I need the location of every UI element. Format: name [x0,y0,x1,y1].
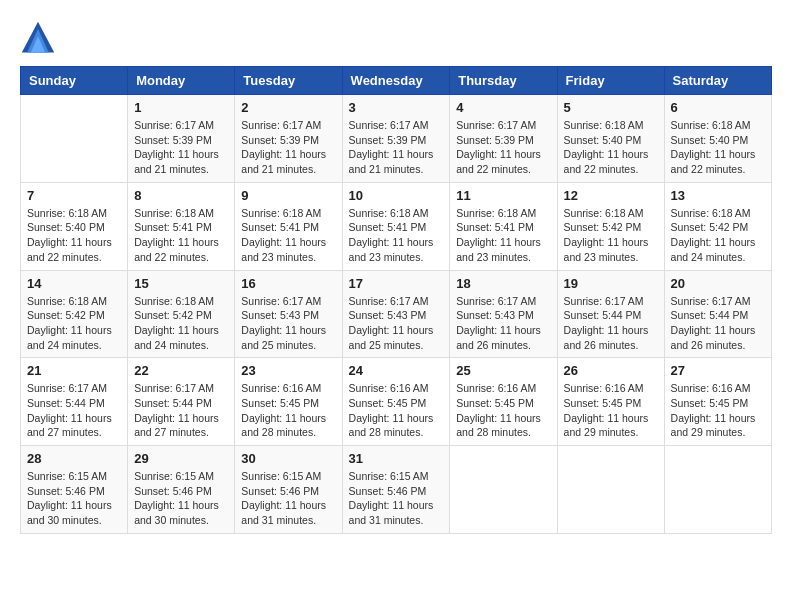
day-cell: 9 Sunrise: 6:18 AMSunset: 5:41 PMDayligh… [235,182,342,270]
day-number: 19 [564,276,658,291]
day-number: 23 [241,363,335,378]
day-number: 12 [564,188,658,203]
day-cell: 26 Sunrise: 6:16 AMSunset: 5:45 PMDaylig… [557,358,664,446]
day-info: Sunrise: 6:18 AMSunset: 5:42 PMDaylight:… [27,294,121,353]
day-info: Sunrise: 6:17 AMSunset: 5:39 PMDaylight:… [456,118,550,177]
day-number: 25 [456,363,550,378]
day-number: 21 [27,363,121,378]
day-info: Sunrise: 6:17 AMSunset: 5:43 PMDaylight:… [241,294,335,353]
day-cell: 1 Sunrise: 6:17 AMSunset: 5:39 PMDayligh… [128,95,235,183]
day-info: Sunrise: 6:18 AMSunset: 5:41 PMDaylight:… [456,206,550,265]
week-row-4: 21 Sunrise: 6:17 AMSunset: 5:44 PMDaylig… [21,358,772,446]
day-info: Sunrise: 6:17 AMSunset: 5:43 PMDaylight:… [349,294,444,353]
day-info: Sunrise: 6:16 AMSunset: 5:45 PMDaylight:… [456,381,550,440]
day-info: Sunrise: 6:17 AMSunset: 5:39 PMDaylight:… [241,118,335,177]
day-info: Sunrise: 6:16 AMSunset: 5:45 PMDaylight:… [671,381,765,440]
day-info: Sunrise: 6:17 AMSunset: 5:39 PMDaylight:… [349,118,444,177]
calendar-table: SundayMondayTuesdayWednesdayThursdayFrid… [20,66,772,534]
header-cell-wednesday: Wednesday [342,67,450,95]
day-cell: 17 Sunrise: 6:17 AMSunset: 5:43 PMDaylig… [342,270,450,358]
header-row: SundayMondayTuesdayWednesdayThursdayFrid… [21,67,772,95]
calendar-header: SundayMondayTuesdayWednesdayThursdayFrid… [21,67,772,95]
day-cell: 31 Sunrise: 6:15 AMSunset: 5:46 PMDaylig… [342,446,450,534]
day-number: 30 [241,451,335,466]
header [20,20,772,56]
day-number: 31 [349,451,444,466]
day-cell: 14 Sunrise: 6:18 AMSunset: 5:42 PMDaylig… [21,270,128,358]
day-cell: 25 Sunrise: 6:16 AMSunset: 5:45 PMDaylig… [450,358,557,446]
day-info: Sunrise: 6:18 AMSunset: 5:41 PMDaylight:… [241,206,335,265]
week-row-2: 7 Sunrise: 6:18 AMSunset: 5:40 PMDayligh… [21,182,772,270]
day-info: Sunrise: 6:16 AMSunset: 5:45 PMDaylight:… [241,381,335,440]
day-info: Sunrise: 6:17 AMSunset: 5:44 PMDaylight:… [564,294,658,353]
day-number: 7 [27,188,121,203]
day-cell: 2 Sunrise: 6:17 AMSunset: 5:39 PMDayligh… [235,95,342,183]
logo [20,20,60,56]
day-cell [664,446,771,534]
day-cell: 19 Sunrise: 6:17 AMSunset: 5:44 PMDaylig… [557,270,664,358]
day-info: Sunrise: 6:17 AMSunset: 5:44 PMDaylight:… [134,381,228,440]
day-cell [450,446,557,534]
day-cell: 18 Sunrise: 6:17 AMSunset: 5:43 PMDaylig… [450,270,557,358]
day-number: 14 [27,276,121,291]
day-cell [21,95,128,183]
day-number: 4 [456,100,550,115]
day-number: 22 [134,363,228,378]
day-info: Sunrise: 6:18 AMSunset: 5:40 PMDaylight:… [564,118,658,177]
day-cell: 27 Sunrise: 6:16 AMSunset: 5:45 PMDaylig… [664,358,771,446]
day-cell: 29 Sunrise: 6:15 AMSunset: 5:46 PMDaylig… [128,446,235,534]
day-info: Sunrise: 6:18 AMSunset: 5:42 PMDaylight:… [564,206,658,265]
day-number: 18 [456,276,550,291]
day-cell: 16 Sunrise: 6:17 AMSunset: 5:43 PMDaylig… [235,270,342,358]
day-cell [557,446,664,534]
day-cell: 8 Sunrise: 6:18 AMSunset: 5:41 PMDayligh… [128,182,235,270]
day-info: Sunrise: 6:15 AMSunset: 5:46 PMDaylight:… [241,469,335,528]
day-cell: 21 Sunrise: 6:17 AMSunset: 5:44 PMDaylig… [21,358,128,446]
day-cell: 15 Sunrise: 6:18 AMSunset: 5:42 PMDaylig… [128,270,235,358]
day-cell: 3 Sunrise: 6:17 AMSunset: 5:39 PMDayligh… [342,95,450,183]
day-cell: 13 Sunrise: 6:18 AMSunset: 5:42 PMDaylig… [664,182,771,270]
day-number: 6 [671,100,765,115]
week-row-5: 28 Sunrise: 6:15 AMSunset: 5:46 PMDaylig… [21,446,772,534]
day-cell: 7 Sunrise: 6:18 AMSunset: 5:40 PMDayligh… [21,182,128,270]
day-info: Sunrise: 6:15 AMSunset: 5:46 PMDaylight:… [27,469,121,528]
day-number: 28 [27,451,121,466]
day-info: Sunrise: 6:15 AMSunset: 5:46 PMDaylight:… [349,469,444,528]
day-cell: 24 Sunrise: 6:16 AMSunset: 5:45 PMDaylig… [342,358,450,446]
day-number: 2 [241,100,335,115]
day-number: 8 [134,188,228,203]
logo-icon [20,20,56,56]
day-cell: 28 Sunrise: 6:15 AMSunset: 5:46 PMDaylig… [21,446,128,534]
day-info: Sunrise: 6:17 AMSunset: 5:44 PMDaylight:… [27,381,121,440]
day-number: 15 [134,276,228,291]
week-row-3: 14 Sunrise: 6:18 AMSunset: 5:42 PMDaylig… [21,270,772,358]
header-cell-thursday: Thursday [450,67,557,95]
header-cell-friday: Friday [557,67,664,95]
day-number: 27 [671,363,765,378]
day-number: 13 [671,188,765,203]
day-cell: 12 Sunrise: 6:18 AMSunset: 5:42 PMDaylig… [557,182,664,270]
day-cell: 4 Sunrise: 6:17 AMSunset: 5:39 PMDayligh… [450,95,557,183]
day-number: 17 [349,276,444,291]
day-info: Sunrise: 6:17 AMSunset: 5:44 PMDaylight:… [671,294,765,353]
day-info: Sunrise: 6:18 AMSunset: 5:40 PMDaylight:… [27,206,121,265]
week-row-1: 1 Sunrise: 6:17 AMSunset: 5:39 PMDayligh… [21,95,772,183]
day-cell: 10 Sunrise: 6:18 AMSunset: 5:41 PMDaylig… [342,182,450,270]
day-cell: 23 Sunrise: 6:16 AMSunset: 5:45 PMDaylig… [235,358,342,446]
header-cell-tuesday: Tuesday [235,67,342,95]
day-number: 1 [134,100,228,115]
header-cell-saturday: Saturday [664,67,771,95]
day-number: 24 [349,363,444,378]
calendar-body: 1 Sunrise: 6:17 AMSunset: 5:39 PMDayligh… [21,95,772,534]
day-cell: 5 Sunrise: 6:18 AMSunset: 5:40 PMDayligh… [557,95,664,183]
header-cell-monday: Monday [128,67,235,95]
day-info: Sunrise: 6:18 AMSunset: 5:41 PMDaylight:… [349,206,444,265]
day-cell: 22 Sunrise: 6:17 AMSunset: 5:44 PMDaylig… [128,358,235,446]
day-number: 16 [241,276,335,291]
day-number: 26 [564,363,658,378]
day-info: Sunrise: 6:16 AMSunset: 5:45 PMDaylight:… [349,381,444,440]
day-number: 9 [241,188,335,203]
day-number: 5 [564,100,658,115]
day-info: Sunrise: 6:18 AMSunset: 5:41 PMDaylight:… [134,206,228,265]
day-info: Sunrise: 6:15 AMSunset: 5:46 PMDaylight:… [134,469,228,528]
